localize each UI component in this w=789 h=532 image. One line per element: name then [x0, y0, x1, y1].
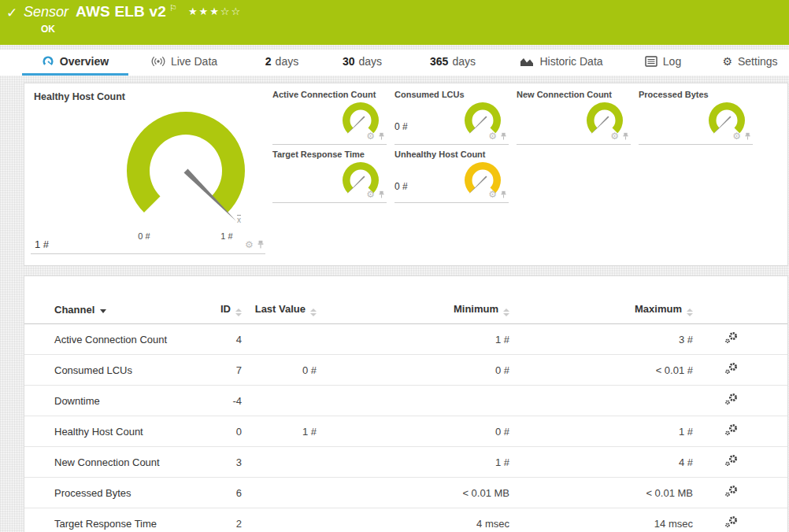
sort-icon — [310, 308, 317, 316]
area-chart-icon — [520, 56, 534, 67]
pin-icon[interactable] — [378, 132, 385, 141]
tab-365-days[interactable]: 365 days — [417, 50, 488, 73]
column-header-minimum[interactable]: Minimum — [321, 297, 514, 324]
pin-icon[interactable] — [500, 132, 507, 141]
channel-maximum — [514, 386, 698, 416]
tab-number: 2 — [265, 55, 272, 68]
tab-settings[interactable]: ⚙ Settings — [713, 50, 787, 73]
sort-icon — [687, 308, 693, 316]
channel-name: Healthy Host Count — [24, 416, 213, 447]
tab-live-data[interactable]: Live Data — [140, 50, 228, 73]
tab-log[interactable]: Log — [638, 50, 688, 73]
gauge-title: Consumed LCUs — [394, 90, 465, 99]
tab-label: Settings — [738, 55, 778, 68]
sort-icon — [235, 308, 242, 316]
channel-last-value: 0 # — [246, 355, 321, 386]
gauge-settings-gear-icon[interactable]: ⚙ — [488, 131, 497, 141]
sort-icon — [503, 308, 509, 316]
tab-label: Log — [663, 55, 681, 68]
pin-icon[interactable] — [378, 190, 385, 199]
gauge-settings-gear-icon[interactable]: ⚙ — [245, 240, 254, 249]
channel-id: -4 — [213, 386, 246, 416]
channel-name: New Connection Count — [24, 447, 213, 478]
gauge-average-marker: x — [237, 216, 241, 224]
divider — [272, 144, 387, 145]
channel-minimum: 0 # — [321, 416, 514, 447]
pin-icon[interactable] — [257, 240, 265, 249]
channels-panel: Channel ID Last Value Minimum Maximum — [24, 275, 788, 532]
pin-icon[interactable] — [500, 190, 507, 199]
gauge-title: Unhealthy Host Count — [394, 150, 486, 159]
channel-maximum: 3 # — [514, 324, 698, 355]
tab-label: Historic Data — [539, 55, 602, 68]
channel-minimum: 1 # — [321, 324, 514, 355]
table-row: New Connection Count 3 1 # 4 # — [24, 447, 787, 478]
channel-last-value — [246, 508, 321, 532]
priority-flag-icon[interactable]: ⚐ — [169, 3, 177, 13]
gauge-block-target-response-time: Target Response Time ⚙ — [272, 150, 387, 203]
status-check-icon: ✓ — [6, 5, 17, 21]
channel-settings-gears-icon[interactable] — [724, 454, 739, 470]
channel-settings-gears-icon[interactable] — [724, 423, 739, 439]
sensor-type-label: Sensor — [24, 4, 69, 20]
channel-settings-gears-icon[interactable] — [724, 393, 739, 408]
tab-bar: Overview Live Data 2 days 30 days 365 da… — [0, 50, 789, 76]
channel-settings-gears-icon[interactable] — [724, 515, 739, 531]
channel-minimum: 1 # — [321, 447, 514, 478]
table-row: Healthy Host Count 0 1 # 0 # 1 # — [24, 416, 787, 447]
channel-id: 7 — [213, 355, 246, 386]
channel-last-value: 1 # — [246, 416, 321, 447]
gauge-settings-gear-icon[interactable]: ⚙ — [610, 131, 619, 141]
divider — [394, 144, 509, 145]
gauge-title: Processed Bytes — [639, 90, 709, 99]
gauge-scale-min: 0 # — [131, 231, 157, 241]
gauge-title: New Connection Count — [517, 90, 612, 99]
tab-label: days — [359, 55, 383, 68]
channel-id: 4 — [213, 324, 246, 355]
tab-number: 30 — [343, 55, 355, 68]
gauge-settings-gear-icon[interactable]: ⚙ — [488, 190, 497, 199]
gauge-block-consumed-lcus: Consumed LCUs 0 # ⚙ — [394, 90, 509, 145]
channel-maximum: < 0.01 MB — [514, 478, 698, 508]
channel-name: Active Connection Count — [24, 324, 213, 355]
tab-label: days — [276, 55, 299, 68]
sensor-header: ✓ Sensor AWS ELB v2 ⚐ ★★★☆☆ OK — [0, 0, 789, 45]
channel-maximum: < 0.01 # — [514, 355, 698, 386]
channel-settings-gears-icon[interactable] — [724, 362, 739, 378]
broadcast-icon — [151, 55, 165, 68]
channel-last-value — [246, 447, 321, 478]
tab-2-days[interactable]: 2 days — [254, 50, 310, 73]
tab-overview[interactable]: Overview — [22, 50, 128, 76]
sort-desc-icon — [100, 309, 106, 313]
gauge-settings-gear-icon[interactable]: ⚙ — [366, 190, 375, 199]
channel-settings-gears-icon[interactable] — [724, 331, 739, 347]
gauge-settings-gear-icon[interactable]: ⚙ — [366, 131, 375, 141]
column-header-last-value[interactable]: Last Value — [246, 297, 321, 324]
gauge-block-unhealthy-host-count: Unhealthy Host Count 0 # ⚙ — [394, 150, 509, 203]
column-header-id[interactable]: ID — [213, 297, 246, 324]
column-header-maximum[interactable]: Maximum — [514, 297, 698, 324]
priority-stars[interactable]: ★★★☆☆ — [188, 6, 242, 17]
table-row: Downtime -4 — [24, 386, 787, 416]
channel-last-value — [246, 324, 321, 355]
channel-settings-gears-icon[interactable] — [724, 485, 739, 501]
log-icon — [645, 56, 658, 67]
channel-last-value — [246, 478, 321, 508]
divider — [394, 202, 509, 203]
gauge-arc — [127, 112, 245, 212]
page-title: AWS ELB v2 — [76, 3, 166, 20]
channel-minimum — [321, 386, 514, 416]
gauge-settings-gear-icon[interactable]: ⚙ — [732, 131, 741, 141]
tab-historic-data[interactable]: Historic Data — [513, 50, 609, 73]
pin-icon[interactable] — [622, 132, 629, 141]
divider — [639, 144, 753, 145]
main-gauge-value: 1 # — [35, 238, 49, 250]
channel-minimum: 0 # — [321, 355, 514, 386]
channel-id: 6 — [213, 478, 246, 508]
column-header-channel[interactable]: Channel — [24, 297, 213, 324]
tab-30-days[interactable]: 30 days — [331, 50, 394, 73]
pin-icon[interactable] — [744, 132, 751, 141]
channel-minimum: < 0.01 MB — [321, 478, 514, 508]
column-header-actions — [698, 297, 787, 324]
gauge-block-new-connection-count: New Connection Count ⚙ — [517, 90, 631, 145]
